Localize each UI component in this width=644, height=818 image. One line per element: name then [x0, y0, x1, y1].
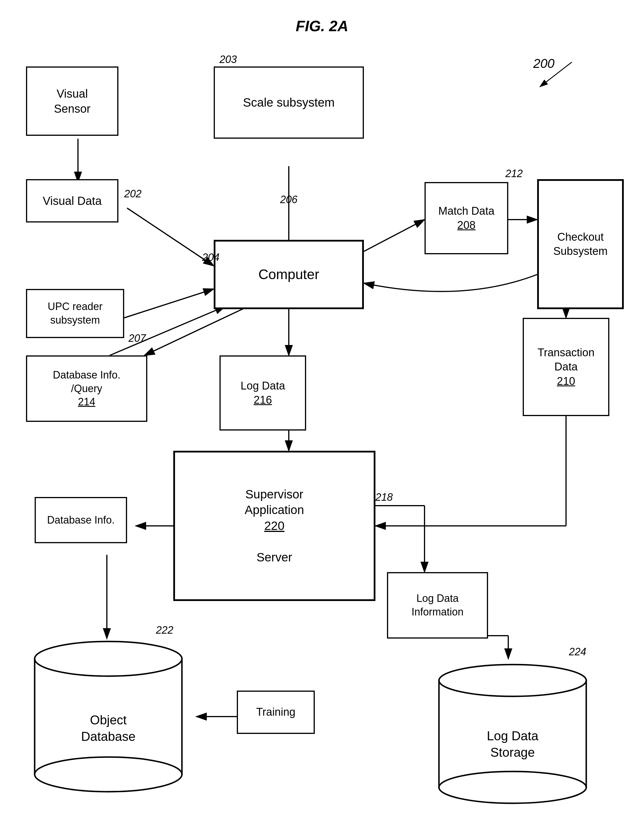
visual-sensor-label: VisualSensor — [54, 86, 90, 116]
svg-point-24 — [35, 641, 182, 676]
transaction-data-label: TransactionData — [537, 346, 594, 374]
svg-point-27 — [439, 664, 586, 697]
ref-206: 206 — [280, 194, 297, 206]
ref-212: 212 — [505, 168, 523, 180]
svg-line-7 — [364, 220, 425, 251]
db-info-query-label: Database Info./Query — [53, 368, 120, 395]
log-data-info-label: Log DataInformation — [411, 592, 463, 619]
db-info-query-ref: 214 — [78, 395, 95, 409]
svg-line-13 — [110, 306, 225, 355]
figure-title: FIG. 2A — [296, 17, 348, 35]
computer-label: Computer — [258, 266, 319, 283]
scale-subsystem-box: Scale subsystem — [214, 66, 364, 139]
upc-reader-label: UPC readersubsystem — [48, 300, 103, 327]
db-info-query-box: Database Info./Query 214 — [26, 355, 147, 422]
upc-reader-box: UPC readersubsystem — [26, 289, 124, 338]
object-database-label: ObjectDatabase — [81, 700, 135, 744]
visual-data-label: Visual Data — [43, 193, 102, 208]
log-data-storage-cylinder: Log DataStorage — [433, 659, 592, 809]
svg-line-10 — [144, 306, 248, 355]
log-data-storage-label: Log DataStorage — [487, 716, 538, 761]
checkout-subsystem-box: CheckoutSubsystem — [537, 179, 624, 309]
svg-line-5 — [127, 208, 214, 266]
ref-222: 222 — [156, 624, 173, 636]
checkout-subsystem-label: CheckoutSubsystem — [554, 230, 607, 258]
server-label: Server — [256, 550, 292, 566]
visual-data-box: Visual Data — [26, 179, 118, 223]
database-info-label: Database Info. — [47, 514, 115, 527]
svg-point-28 — [439, 772, 586, 803]
match-data-ref: 208 — [457, 218, 475, 232]
ref-203: 203 — [219, 54, 237, 66]
ref-200: 200 — [534, 56, 555, 71]
database-info-box: Database Info. — [35, 497, 127, 543]
log-data-label: Log Data — [241, 379, 285, 393]
supervisor-app-label: SupervisorApplication220 — [245, 487, 304, 534]
match-data-box: Match Data 208 — [425, 182, 508, 254]
svg-line-6 — [124, 289, 214, 318]
training-label: Training — [256, 705, 296, 719]
transaction-data-ref: 210 — [557, 374, 575, 388]
ref-207: 207 — [129, 332, 146, 344]
diagram: FIG. 2A 200 — [0, 0, 644, 818]
log-data-box: Log Data 216 — [219, 355, 306, 431]
training-box: Training — [237, 690, 315, 734]
ref-224: 224 — [569, 646, 586, 658]
log-data-info-box: Log DataInformation — [387, 572, 488, 638]
visual-sensor-box: VisualSensor — [26, 66, 118, 136]
transaction-data-box: TransactionData 210 — [523, 318, 609, 416]
scale-subsystem-label: Scale subsystem — [243, 95, 334, 111]
ref-202: 202 — [124, 188, 141, 200]
supervisor-app-box: SupervisorApplication220 Server — [173, 451, 376, 601]
ref-204: 204 — [202, 251, 219, 263]
svg-point-25 — [35, 757, 182, 792]
object-database-cylinder: ObjectDatabase — [29, 636, 188, 798]
log-data-ref: 216 — [253, 393, 272, 407]
computer-box: Computer — [214, 240, 364, 309]
match-data-label: Match Data — [439, 204, 494, 218]
ref-218: 218 — [376, 491, 393, 503]
